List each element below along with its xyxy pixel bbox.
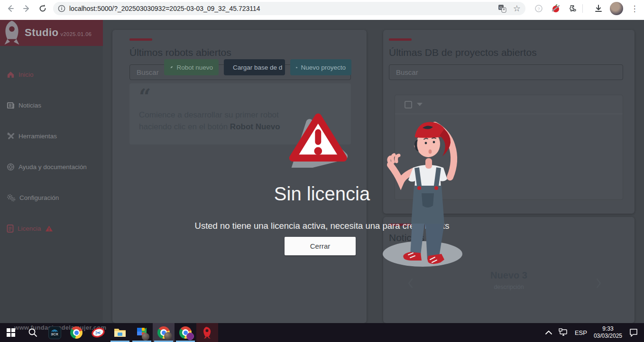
carousel-prev-icon[interactable] bbox=[407, 278, 414, 289]
sidebar-item-label: Inicio bbox=[18, 71, 34, 78]
address-bar[interactable]: localhost:5000/?_202503030932=2025-03-03… bbox=[53, 2, 525, 15]
db-card-accent bbox=[389, 38, 412, 41]
toolbar-divider bbox=[582, 4, 583, 13]
taskbar-chrome-profile2[interactable] bbox=[175, 323, 196, 342]
action-center-icon[interactable] bbox=[629, 328, 638, 337]
red-extension-icon[interactable] bbox=[549, 2, 562, 15]
scissors-glyph: ✂ bbox=[95, 329, 101, 337]
browser-forward-button[interactable] bbox=[20, 2, 33, 15]
puzzle-icon bbox=[569, 4, 577, 13]
robot-nuevo-button[interactable]: Robot nuevo bbox=[164, 59, 219, 75]
nuevo-proyecto-button[interactable]: Nuevo proyecto bbox=[290, 59, 351, 75]
chrome-profile-badge bbox=[164, 332, 172, 340]
modal-message: Usted no tiene una licencia activa, nece… bbox=[0, 221, 644, 231]
language-indicator[interactable]: ESP bbox=[575, 329, 587, 336]
url-text[interactable]: localhost:5000/?_202503030932=2025-03-03… bbox=[69, 5, 498, 12]
taskbar-meet-app[interactable] bbox=[131, 323, 153, 342]
newspaper-icon bbox=[7, 101, 15, 109]
sidebar-item-label: Herramientas bbox=[18, 133, 57, 140]
select-dropdown-caret[interactable] bbox=[417, 103, 423, 106]
search-icon bbox=[28, 328, 37, 337]
sidebar-item-herramientas[interactable]: Herramientas bbox=[7, 131, 57, 141]
site-info-icon[interactable] bbox=[58, 5, 65, 12]
modal-close-button[interactable]: Cerrar bbox=[285, 237, 356, 255]
button-label: Nuevo proyecto bbox=[301, 64, 346, 71]
screen: localhost:5000/?_202503030932=2025-03-03… bbox=[0, 0, 644, 342]
kebab-menu-icon: ⋮ bbox=[631, 4, 639, 14]
clock-date: 03/03/2025 bbox=[594, 333, 622, 340]
db-search-input[interactable] bbox=[389, 64, 623, 80]
question-circle-icon: ? bbox=[534, 4, 543, 13]
mascot-boy-icon bbox=[381, 115, 462, 267]
chrome-icon bbox=[70, 326, 83, 339]
quote-line1: Comience a desarrollar su primer robot bbox=[139, 110, 279, 119]
button-label: Robot nuevo bbox=[176, 64, 213, 71]
sidebar: Studiov2025.01.06 Inicio Noticias Herram… bbox=[0, 20, 103, 323]
svg-text:?: ? bbox=[538, 7, 540, 11]
download-icon bbox=[594, 4, 603, 13]
sidebar-header: Studiov2025.01.06 bbox=[0, 20, 103, 46]
tray-expand-icon[interactable] bbox=[545, 330, 552, 335]
sidebar-item-inicio[interactable]: Inicio bbox=[7, 69, 34, 80]
taskbar-rocketbot-app[interactable] bbox=[196, 323, 218, 342]
taskbar-search-button[interactable] bbox=[22, 323, 44, 342]
tools-icon bbox=[7, 132, 15, 140]
button-label: Cargar base de d bbox=[233, 64, 282, 71]
taskbar-3cx-app[interactable]: 3CX bbox=[44, 323, 65, 342]
mascot-illustration bbox=[381, 115, 462, 269]
chrome-active-icon bbox=[157, 326, 170, 339]
browser-toolbar: localhost:5000/?_202503030932=2025-03-03… bbox=[0, 0, 644, 20]
brand-title: Studiov2025.01.06 bbox=[25, 27, 92, 39]
robots-card-accent bbox=[129, 38, 152, 41]
select-all-checkbox[interactable] bbox=[405, 101, 412, 108]
wifi-arcs-icon bbox=[51, 329, 58, 332]
windows-taskbar: www.fundaciondelamujer.com 3CX ✂ bbox=[0, 323, 644, 342]
taskbar-snipping-tool[interactable]: ✂ bbox=[87, 323, 109, 342]
meet-icon bbox=[136, 326, 147, 339]
clock-time: 9:33 bbox=[594, 325, 622, 333]
sidebar-item-noticias[interactable]: Noticias bbox=[7, 100, 41, 110]
arrow-left-icon bbox=[6, 4, 15, 13]
chrome-purple-badge bbox=[186, 333, 194, 340]
sidebar-item-label: Noticias bbox=[18, 102, 41, 109]
sidebar-item-ayuda[interactable]: Ayuda y documentación bbox=[7, 162, 87, 172]
warning-triangle-icon bbox=[284, 111, 350, 168]
taskbar-file-explorer[interactable] bbox=[109, 323, 131, 342]
snipping-tool-icon: ✂ bbox=[92, 328, 105, 337]
carousel-next-icon[interactable] bbox=[596, 278, 602, 289]
meet-avatar-badge bbox=[142, 333, 149, 341]
rocketbot-app-icon bbox=[202, 326, 213, 339]
robots-card-title: Últimos robots abiertos bbox=[129, 47, 231, 58]
taskbar-chrome-app[interactable] bbox=[65, 323, 87, 342]
brand-version: v2025.01.06 bbox=[60, 31, 92, 37]
help-extension-icon[interactable]: ? bbox=[532, 2, 545, 15]
chrome-profile2-icon bbox=[179, 326, 192, 339]
brand-name: Studio bbox=[25, 27, 58, 38]
browser-menu-button[interactable]: ⋮ bbox=[628, 2, 641, 15]
home-icon bbox=[7, 71, 15, 79]
extensions-puzzle-icon[interactable] bbox=[566, 2, 580, 15]
downloads-button[interactable] bbox=[592, 2, 605, 15]
translate-icon[interactable]: G bbox=[498, 4, 506, 13]
taskbar-clock[interactable]: 9:33 03/03/2025 bbox=[594, 325, 622, 340]
browser-back-button[interactable] bbox=[4, 2, 17, 15]
db-list-header bbox=[395, 95, 623, 114]
start-button[interactable] bbox=[0, 323, 22, 342]
taskbar-tray: ESP 9:33 03/03/2025 bbox=[545, 325, 644, 340]
modal-title: Sin licencia bbox=[0, 183, 644, 205]
cargar-base-button[interactable]: Cargar base de d bbox=[224, 59, 285, 75]
arrow-right-icon bbox=[22, 4, 31, 13]
quote-icon: “ bbox=[139, 88, 341, 106]
taskbar-chrome-active[interactable] bbox=[153, 323, 175, 342]
browser-reload-button[interactable] bbox=[36, 2, 49, 15]
no-license-warning-graphic bbox=[284, 111, 350, 170]
sidebar-item-label: Ayuda y documentación bbox=[18, 163, 87, 171]
bookmark-star-icon[interactable]: ☆ bbox=[513, 3, 521, 14]
network-display-icon[interactable] bbox=[559, 328, 568, 337]
3cx-icon: 3CX bbox=[48, 326, 61, 339]
windows-logo-icon bbox=[7, 328, 15, 337]
folder-plus-icon bbox=[296, 64, 297, 71]
profile-avatar[interactable] bbox=[610, 2, 623, 15]
rocket-icon bbox=[170, 64, 173, 71]
quote-bold: Robot Nuevo bbox=[230, 122, 280, 131]
